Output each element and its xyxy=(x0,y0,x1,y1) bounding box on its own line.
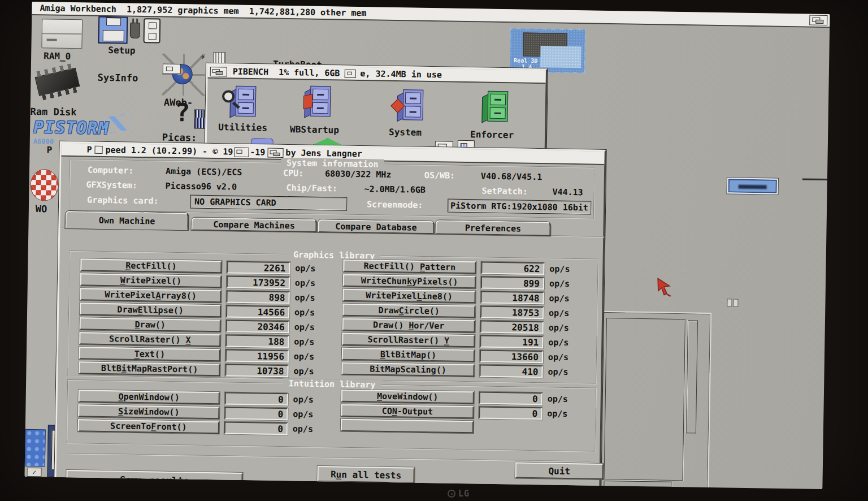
bench-button[interactable]: Draw() xyxy=(80,317,221,332)
tab-own-machine[interactable]: Own Machine xyxy=(65,211,188,230)
gfxsystem-value: Picasso96 v2.0 xyxy=(165,181,237,192)
picasso-icon[interactable]: ? xyxy=(175,103,209,131)
ramdisk-label: Ram Disk xyxy=(30,106,76,118)
oswb-label: OS/WB: xyxy=(424,170,455,181)
pistorm-logo: PISTORM xyxy=(33,117,109,138)
cpu-value: 68030/322 MHz xyxy=(325,169,392,180)
mouse-pointer-icon xyxy=(656,277,674,297)
save-results-button[interactable]: Save results xyxy=(66,470,242,489)
bench-value-field: 13660 xyxy=(480,349,543,363)
screen-depth-gadget-icon[interactable] xyxy=(809,15,827,26)
shell-icon[interactable] xyxy=(25,429,46,467)
shell-label: SH xyxy=(25,478,37,489)
tab-compare-database[interactable]: Compare Database xyxy=(318,219,434,234)
quit-button[interactable]: Quit xyxy=(515,462,604,479)
enforcer-drawer-icon[interactable] xyxy=(481,90,508,124)
pibench-box-gadget-icon[interactable] xyxy=(344,69,355,77)
empty-window-outline[interactable] xyxy=(598,311,711,489)
bench-value-field: 622 xyxy=(481,262,544,275)
speed-depth-gadget-icon[interactable] xyxy=(267,148,283,157)
bench-button[interactable]: BltBitMap() xyxy=(342,348,475,362)
bench-row: OpenWindow()0op/s xyxy=(79,390,314,406)
system-drawer-icon[interactable] xyxy=(397,89,423,123)
plug-icon xyxy=(130,23,140,38)
empty-window-inner-frame xyxy=(604,318,685,481)
bench-button-empty[interactable] xyxy=(341,419,474,434)
bench-row: BltBitMap()13660op/s xyxy=(342,348,568,364)
bench-value-field: 0 xyxy=(224,407,288,420)
bench-value-field: 11956 xyxy=(225,349,289,362)
bench-row: WritePixelArray8()898op/s xyxy=(80,288,315,304)
aweb-icon[interactable]: ✈ xyxy=(162,54,205,96)
bench-button[interactable]: BltBitMapRastPort() xyxy=(79,361,220,376)
empty-window-scrollbar[interactable] xyxy=(686,320,698,433)
computer-value: Amiga (ECS)/ECS xyxy=(166,166,242,178)
bench-button[interactable]: RectFill() Pattern xyxy=(343,260,476,274)
monitor-brand: LG xyxy=(448,489,470,499)
utilities-drawer-icon[interactable] xyxy=(229,85,256,119)
bench-row: BltBitMapRastPort()10738op/s xyxy=(79,361,314,378)
bench-row: MoveWindow()0op/s xyxy=(341,390,568,405)
bench-value-field: 14566 xyxy=(226,305,289,318)
bench-button[interactable]: Text() xyxy=(79,347,220,361)
wbstartup-label: WBStartup xyxy=(290,124,339,135)
red-flag-icon xyxy=(303,94,313,109)
boing-ball-icon[interactable] xyxy=(30,169,59,201)
blue-bar-gadget[interactable] xyxy=(727,178,778,194)
real3d-icon[interactable]: Real 3D 1.4 xyxy=(510,28,585,73)
bench-button[interactable]: DrawCircle() xyxy=(342,304,475,318)
bench-button[interactable]: SizeWindow() xyxy=(78,404,219,419)
pistorm-sub2: P xyxy=(46,144,52,155)
pibench-window[interactable]: PIBENCH 1% full, 6GB e, 32.4MB in use Ut… xyxy=(205,63,548,154)
bench-value-field: 10738 xyxy=(225,364,288,377)
bench-row: ScrollRaster() Y191op/s xyxy=(342,333,568,349)
setpatch-value: V44.13 xyxy=(552,187,583,197)
bench-value-field: 0 xyxy=(479,391,542,405)
unit-label: op/s xyxy=(293,424,313,434)
bench-row: WriteChunkyPixels()899op/s xyxy=(343,274,570,290)
pibench-title-left: PIBENCH 1% full, 6GB xyxy=(233,67,340,79)
unit-label: op/s xyxy=(294,336,314,347)
bench-button[interactable]: ScreenToFront() xyxy=(78,419,219,434)
unit-label: op/s xyxy=(549,322,569,333)
unit-label: op/s xyxy=(293,366,314,377)
pibench-depth-gadget-icon[interactable] xyxy=(210,66,227,76)
bench-row: WritePixelLine8()18748op/s xyxy=(342,289,569,305)
bench-button[interactable]: Draw() Hor/Ver xyxy=(342,318,475,333)
ram0-icon[interactable] xyxy=(41,19,83,49)
sysinfo-label[interactable]: SysInfo xyxy=(97,72,138,84)
wbstartup-drawer-icon[interactable] xyxy=(304,86,331,119)
speed-box-gadget-icon[interactable] xyxy=(95,146,103,154)
bench-button[interactable]: WritePixelLine8() xyxy=(342,289,475,304)
pibench-titlebar[interactable]: PIBENCH 1% full, 6GB e, 32.4MB in use xyxy=(208,65,546,84)
socket-icon xyxy=(144,18,161,43)
bench-row xyxy=(341,419,567,435)
bench-button[interactable]: OpenWindow() xyxy=(79,390,220,404)
bench-button[interactable]: ScrollRaster() X xyxy=(79,332,220,347)
bench-button[interactable]: ScrollRaster() Y xyxy=(342,333,475,348)
bench-button[interactable]: MoveWindow() xyxy=(341,390,474,404)
speed-zoom-gadget-icon[interactable] xyxy=(234,147,249,157)
setup-floppy-icon[interactable] xyxy=(98,16,128,44)
bench-button[interactable]: WritePixelArray8() xyxy=(80,288,221,303)
bench-button[interactable]: BitMapScaling() xyxy=(341,362,474,377)
screenmode-field: PiStorm RTG:1920x1080 16bit xyxy=(448,199,591,215)
bench-button[interactable]: RectFill() xyxy=(80,258,222,273)
real3d-label1: Real 3D xyxy=(514,57,537,64)
tab-preferences[interactable]: Preferences xyxy=(435,220,550,236)
run-all-tests-button[interactable]: Run all tests xyxy=(317,466,414,483)
intuition-library-header: Intuition library xyxy=(283,378,381,390)
bench-button[interactable]: DrawEllipse() xyxy=(80,303,221,317)
picasso-label: Picas: xyxy=(162,132,197,144)
desktop-dash-mark xyxy=(802,178,830,180)
tab-compare-machines[interactable]: Compare Machines xyxy=(191,217,316,232)
floating-iconify-gadget-icon[interactable] xyxy=(163,64,181,75)
bench-button[interactable]: CON-Output xyxy=(341,404,474,419)
floppy-shutter xyxy=(106,18,121,25)
bottom-separator xyxy=(65,453,591,463)
ramdisk-chip-icon[interactable] xyxy=(35,68,80,96)
bench-button[interactable]: WritePixel() xyxy=(80,273,222,288)
bench-button[interactable]: WriteChunkyPixels() xyxy=(343,274,476,289)
speed-window[interactable]: P peed 1.2 (10.2.99) - © 19 -19 by Jens … xyxy=(54,141,606,489)
bench-value-field: 0 xyxy=(479,406,542,420)
